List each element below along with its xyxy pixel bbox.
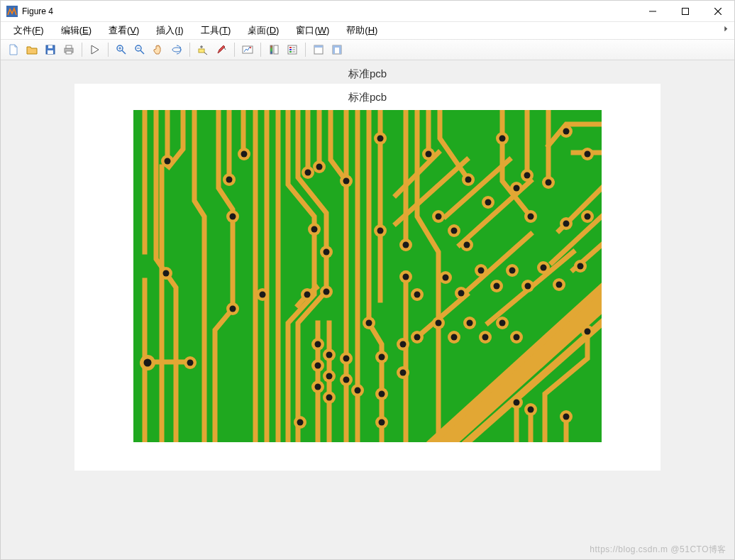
- svg-point-10: [172, 48, 181, 52]
- menu-desktop[interactable]: 桌面(D): [241, 23, 286, 38]
- edit-plot-button[interactable]: [87, 41, 104, 58]
- svg-rect-11: [199, 49, 204, 53]
- insert-colorbar-button[interactable]: [265, 41, 282, 58]
- toolbar-separator: [234, 43, 235, 57]
- app-icon: [6, 6, 18, 17]
- svg-rect-15: [274, 45, 278, 54]
- zoom-in-button[interactable]: [113, 41, 130, 58]
- menubar: 文件(F) 编辑(E) 查看(V) 插入(I) 工具(T) 桌面(D) 窗口(W…: [1, 22, 734, 39]
- menu-help[interactable]: 帮助(H): [339, 23, 385, 38]
- svg-point-13: [250, 47, 251, 48]
- window-titlebar: Figure 4: [1, 1, 734, 22]
- link-data-button[interactable]: [239, 41, 256, 58]
- insert-legend-button[interactable]: [284, 41, 301, 58]
- svg-rect-20: [333, 45, 341, 48]
- pan-button[interactable]: [150, 41, 167, 58]
- figure-super-title: 标准pcb: [348, 67, 387, 81]
- menu-tools[interactable]: 工具(T): [194, 23, 238, 38]
- svg-rect-3: [48, 45, 52, 48]
- svg-rect-21: [333, 48, 335, 54]
- menu-insert[interactable]: 插入(I): [149, 23, 190, 38]
- hide-plot-tools-button[interactable]: [310, 41, 327, 58]
- toolbar-separator: [82, 43, 82, 57]
- toolbar-separator: [260, 43, 261, 57]
- menu-file[interactable]: 文件(F): [6, 23, 51, 38]
- data-cursor-button[interactable]: [194, 41, 211, 58]
- save-button[interactable]: [42, 41, 59, 58]
- menu-window[interactable]: 窗口(W): [289, 23, 336, 38]
- toolbar-separator: [189, 43, 190, 57]
- brush-button[interactable]: [213, 41, 230, 58]
- toolbar: [1, 39, 734, 60]
- window-close-button[interactable]: [702, 1, 734, 22]
- toolbar-overflow-icon[interactable]: 🞂: [723, 25, 730, 33]
- show-plot-tools-button[interactable]: [328, 41, 346, 58]
- rotate-3d-button[interactable]: [168, 41, 185, 58]
- window-title: Figure 4: [22, 6, 53, 16]
- toolbar-separator: [108, 43, 109, 57]
- svg-rect-18: [314, 45, 323, 48]
- toolbar-separator: [305, 43, 306, 57]
- window-minimize-button[interactable]: [636, 1, 669, 22]
- pcb-image[interactable]: [133, 110, 602, 442]
- svg-rect-0: [6, 6, 18, 17]
- menu-view[interactable]: 查看(V): [101, 23, 146, 38]
- svg-rect-14: [270, 45, 272, 54]
- zoom-out-button[interactable]: [131, 41, 148, 58]
- figure-panel: 标准pcb: [74, 84, 661, 471]
- svg-rect-1: [682, 8, 689, 14]
- figure-content-area: 标准pcb 标准pcb: [1, 60, 734, 559]
- watermark-text: https://blog.csdn.m @51CTO博客: [590, 544, 726, 556]
- window-maximize-button[interactable]: [669, 1, 702, 22]
- menu-edit[interactable]: 编辑(E): [54, 23, 99, 38]
- svg-rect-7: [66, 51, 72, 54]
- svg-rect-22: [339, 48, 341, 54]
- print-button[interactable]: [60, 41, 77, 58]
- axes-title: 标准pcb: [348, 91, 387, 104]
- open-button[interactable]: [23, 41, 40, 58]
- svg-rect-4: [48, 50, 53, 54]
- new-figure-button[interactable]: [5, 41, 22, 58]
- svg-rect-6: [66, 45, 72, 48]
